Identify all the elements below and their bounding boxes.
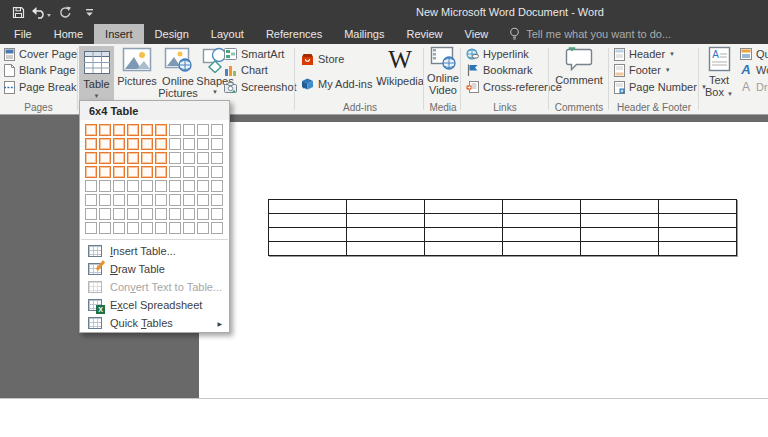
- table-cell[interactable]: [347, 242, 425, 256]
- chart-button[interactable]: Chart: [224, 63, 268, 77]
- grid-cell-4x2[interactable]: [127, 138, 139, 150]
- table-cell[interactable]: [425, 214, 503, 228]
- grid-cell-10x2[interactable]: [211, 138, 223, 150]
- grid-cell-7x8[interactable]: [169, 222, 181, 234]
- table-cell[interactable]: [269, 228, 347, 242]
- table-cell[interactable]: [581, 214, 659, 228]
- grid-cell-10x6[interactable]: [211, 194, 223, 206]
- table-cell[interactable]: [503, 200, 581, 214]
- comment-button[interactable]: Comment: [554, 46, 604, 86]
- grid-cell-9x2[interactable]: [197, 138, 209, 150]
- grid-cell-2x8[interactable]: [99, 222, 111, 234]
- grid-cell-9x7[interactable]: [197, 208, 209, 220]
- table-cell[interactable]: [659, 214, 737, 228]
- grid-cell-2x2[interactable]: [99, 138, 111, 150]
- grid-cell-7x5[interactable]: [169, 180, 181, 192]
- tab-references[interactable]: References: [255, 24, 333, 44]
- grid-cell-9x3[interactable]: [197, 152, 209, 164]
- grid-cell-10x7[interactable]: [211, 208, 223, 220]
- grid-cell-10x3[interactable]: [211, 152, 223, 164]
- footer-button[interactable]: Footer▼: [614, 63, 671, 77]
- grid-cell-5x1[interactable]: [141, 124, 153, 136]
- grid-cell-9x1[interactable]: [197, 124, 209, 136]
- table-cell[interactable]: [347, 214, 425, 228]
- grid-cell-4x1[interactable]: [127, 124, 139, 136]
- grid-cell-3x8[interactable]: [113, 222, 125, 234]
- text-box-button[interactable]: A Text Box ▼: [702, 46, 736, 98]
- grid-cell-3x3[interactable]: [113, 152, 125, 164]
- table-cell[interactable]: [659, 242, 737, 256]
- grid-cell-1x2[interactable]: [85, 138, 97, 150]
- page-break-button[interactable]: Page Break: [4, 80, 76, 94]
- smartart-button[interactable]: SmartArt: [224, 47, 284, 61]
- grid-cell-2x5[interactable]: [99, 180, 111, 192]
- tab-review[interactable]: Review: [396, 24, 454, 44]
- table-cell[interactable]: [269, 200, 347, 214]
- grid-cell-1x8[interactable]: [85, 222, 97, 234]
- online-video-button[interactable]: Online Video: [427, 46, 459, 96]
- tab-insert[interactable]: Insert: [94, 24, 144, 44]
- grid-cell-8x2[interactable]: [183, 138, 195, 150]
- menu-item-quick-tables[interactable]: Quick Tables▶: [80, 314, 229, 332]
- grid-cell-10x4[interactable]: [211, 166, 223, 178]
- grid-cell-10x8[interactable]: [211, 222, 223, 234]
- wikipedia-button[interactable]: W Wikipedia: [376, 46, 424, 87]
- grid-cell-10x1[interactable]: [211, 124, 223, 136]
- grid-cell-9x8[interactable]: [197, 222, 209, 234]
- grid-cell-5x5[interactable]: [141, 180, 153, 192]
- table-cell[interactable]: [581, 228, 659, 242]
- grid-cell-6x6[interactable]: [155, 194, 167, 206]
- grid-cell-7x2[interactable]: [169, 138, 181, 150]
- redo-icon[interactable]: [56, 4, 74, 20]
- document-page[interactable]: [199, 122, 768, 398]
- grid-cell-3x5[interactable]: [113, 180, 125, 192]
- table-cell[interactable]: [425, 242, 503, 256]
- table-cell[interactable]: [503, 242, 581, 256]
- grid-cell-8x6[interactable]: [183, 194, 195, 206]
- grid-cell-1x7[interactable]: [85, 208, 97, 220]
- grid-cell-10x5[interactable]: [211, 180, 223, 192]
- table-cell[interactable]: [659, 228, 737, 242]
- grid-cell-8x1[interactable]: [183, 124, 195, 136]
- grid-cell-4x3[interactable]: [127, 152, 139, 164]
- grid-cell-8x3[interactable]: [183, 152, 195, 164]
- grid-cell-2x6[interactable]: [99, 194, 111, 206]
- grid-cell-1x1[interactable]: [85, 124, 97, 136]
- grid-cell-6x1[interactable]: [155, 124, 167, 136]
- wordart-button[interactable]: A Word: [740, 63, 768, 77]
- table-cell[interactable]: [425, 200, 503, 214]
- grid-cell-2x4[interactable]: [99, 166, 111, 178]
- grid-cell-2x1[interactable]: [99, 124, 111, 136]
- grid-cell-3x2[interactable]: [113, 138, 125, 150]
- menu-item-draw-table[interactable]: Draw Table: [80, 260, 229, 278]
- grid-cell-3x7[interactable]: [113, 208, 125, 220]
- grid-cell-4x7[interactable]: [127, 208, 139, 220]
- tab-mailings[interactable]: Mailings: [333, 24, 395, 44]
- header-button[interactable]: Header▼: [614, 47, 675, 61]
- grid-cell-6x3[interactable]: [155, 152, 167, 164]
- table-cell[interactable]: [269, 242, 347, 256]
- table-cell[interactable]: [503, 228, 581, 242]
- tab-file[interactable]: File: [3, 24, 43, 44]
- table-cell[interactable]: [347, 228, 425, 242]
- cover-page-button[interactable]: Cover Page▼: [4, 47, 87, 61]
- grid-cell-7x3[interactable]: [169, 152, 181, 164]
- grid-cell-4x6[interactable]: [127, 194, 139, 206]
- blank-page-button[interactable]: Blank Page: [4, 63, 75, 77]
- save-icon[interactable]: [9, 4, 27, 20]
- menu-item-insert-table[interactable]: Insert Table...: [80, 242, 229, 260]
- grid-cell-5x2[interactable]: [141, 138, 153, 150]
- table-cell[interactable]: [503, 214, 581, 228]
- table-cell[interactable]: [581, 242, 659, 256]
- table-cell[interactable]: [347, 200, 425, 214]
- grid-cell-8x4[interactable]: [183, 166, 195, 178]
- grid-cell-5x7[interactable]: [141, 208, 153, 220]
- grid-cell-8x5[interactable]: [183, 180, 195, 192]
- grid-cell-9x4[interactable]: [197, 166, 209, 178]
- grid-cell-7x7[interactable]: [169, 208, 181, 220]
- customize-quick-access-icon[interactable]: [80, 4, 98, 20]
- undo-icon[interactable]: [29, 4, 53, 20]
- tab-home[interactable]: Home: [43, 24, 94, 44]
- page-number-button[interactable]: # Page Number▼: [614, 80, 707, 94]
- grid-cell-5x4[interactable]: [141, 166, 153, 178]
